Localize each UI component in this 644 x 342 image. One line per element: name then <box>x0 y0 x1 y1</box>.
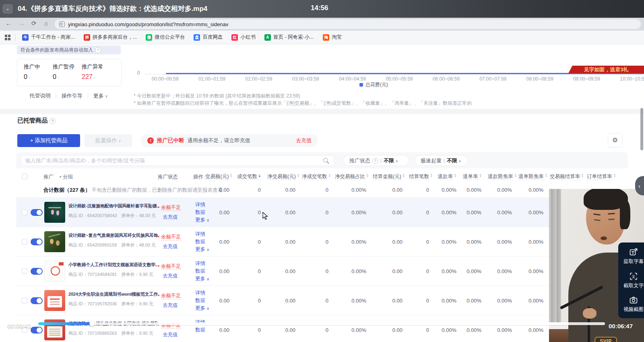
row-checkbox[interactable] <box>22 298 27 303</box>
product-title[interactable]: 设计师款-汉服旗袍配饰中国风银针喜字耳坠镶... <box>68 203 158 209</box>
home-icon[interactable]: ⌂ <box>44 20 48 27</box>
hosting-guide-link[interactable]: 托管说明 <box>25 92 56 99</box>
bookmark-item[interactable]: 微微信公众平台 <box>146 34 185 41</box>
cell-value: 03:00~03:59 <box>282 76 329 82</box>
cell-value: 0.00 <box>267 327 302 333</box>
cell-value: 0 <box>236 327 267 333</box>
stat-value-link[interactable]: 0› <box>53 73 74 81</box>
reload-icon[interactable]: ⟳ <box>31 20 37 27</box>
site-info-icon[interactable] <box>59 21 65 27</box>
row-checkbox[interactable] <box>22 268 27 274</box>
bookmark-item[interactable]: 红小红书 <box>231 34 256 41</box>
product-image[interactable] <box>44 231 65 252</box>
apps-grid-icon[interactable] <box>5 35 10 40</box>
sort-carets-icon[interactable]: ▲▼ <box>514 174 517 178</box>
url-bar[interactable]: yingxiao.pinduoduo.com/goods/promotion/l… <box>55 19 641 29</box>
speed-boost-filter[interactable]: 极速起量：不限∨ <box>415 155 468 166</box>
bookmark-item[interactable]: 牛千牛工作台 - 商家... <box>22 34 75 41</box>
operation-guide-link[interactable]: 操作引导 <box>56 92 88 99</box>
promotion-toggle[interactable] <box>31 209 43 216</box>
promotion-toggle[interactable] <box>31 297 43 304</box>
column-header[interactable]: 退单率▲▼ <box>463 173 488 180</box>
chart-legend[interactable]: 总花费(元) <box>359 81 388 88</box>
edit-pencil-icon[interactable]: ✎ <box>152 203 156 209</box>
stat-value-link[interactable]: 0› <box>24 73 40 81</box>
bookmark-item[interactable]: 拼拼多多商家后台，... <box>84 34 137 41</box>
column-header[interactable]: 净成交笔数▲▼ <box>302 173 335 180</box>
svg-text:文: 文 <box>632 274 636 278</box>
extract-subtitles-button[interactable]: 提取字幕 <box>623 248 644 265</box>
forward-icon[interactable]: → <box>19 20 25 27</box>
column-header[interactable]: 退款率▲▼ <box>436 173 463 180</box>
url-text[interactable]: yingxiao.pinduoduo.com/goods/promotion/l… <box>68 21 229 27</box>
gear-icon[interactable]: ⚙ <box>608 133 622 147</box>
column-header[interactable]: 交易额结算率▲▼ <box>550 173 587 180</box>
sort-carets-icon[interactable]: ▲▼ <box>581 174 584 178</box>
promotion-toggle[interactable] <box>31 268 43 275</box>
sort-carets-icon[interactable]: ▲▼ <box>430 174 433 178</box>
column-header[interactable]: 结算金额(元)▲▼ <box>373 173 409 180</box>
more-link[interactable]: 更多∨ <box>88 92 113 99</box>
product-title[interactable]: 设计师款~复古气质扇形国风耳环女民族风耳饰... <box>68 232 158 238</box>
data-link[interactable]: 数据 <box>195 326 205 334</box>
bookmark-item[interactable]: 盘百度网盘 <box>194 34 223 41</box>
chevron-down-icon[interactable]: ⌄ <box>2 4 13 14</box>
scrollbar[interactable] <box>640 108 643 150</box>
help-icon[interactable]: ? <box>95 47 101 53</box>
promotion-toggle[interactable] <box>31 238 43 245</box>
stat-value-link[interactable]: 227› <box>82 73 103 81</box>
column-header[interactable]: 退款豁免率▲▼ <box>488 173 518 180</box>
sort-carets-icon[interactable]: ▲▼ <box>479 174 482 178</box>
column-header[interactable]: 交易额(元)▲▼ <box>205 173 236 180</box>
group-filter[interactable]: ▼分组 <box>59 174 73 180</box>
sort-carets-icon[interactable]: ▲▼ <box>297 174 299 178</box>
column-header[interactable]: 成交笔数▲▼ <box>236 173 267 180</box>
chevron-down-icon: ∨ <box>105 94 108 98</box>
recharge-link[interactable]: 去充值 <box>163 214 178 221</box>
column-header[interactable]: 净交易额占比▲▼ <box>335 173 373 180</box>
recharge-link[interactable]: 去充值 <box>163 243 178 250</box>
product-image[interactable] <box>44 261 65 282</box>
progress-knob[interactable] <box>89 321 95 326</box>
product-title[interactable]: 2024大学生职业生涯规划书word模板范文工作... <box>68 291 158 297</box>
sort-carets-icon[interactable]: ▲▼ <box>545 174 547 178</box>
search-input[interactable] <box>21 155 334 166</box>
product-title[interactable]: 小学教师个人工作计划范文模板英语语文数学... <box>68 262 158 268</box>
column-header[interactable]: 退单豁免率▲▼ <box>518 173 550 180</box>
row-checkbox[interactable] <box>22 239 27 245</box>
back-icon[interactable]: ← <box>6 20 12 27</box>
batch-operation-button[interactable]: 批量操作∨ <box>85 134 132 147</box>
capture-text-button[interactable]: 文 截取文字 <box>623 272 644 289</box>
recharge-link[interactable]: 去充值 <box>163 332 178 338</box>
column-header[interactable]: 净交易额(元)▲▼ <box>267 173 302 180</box>
select-all-checkbox[interactable] <box>22 174 27 179</box>
sort-carets-icon[interactable]: ▲▼ <box>230 174 232 178</box>
sort-carets-icon[interactable]: ▲▼ <box>402 174 405 178</box>
sort-carets-icon[interactable]: ▲▼ <box>613 174 616 178</box>
search-icon[interactable] <box>323 158 328 162</box>
sort-carets-icon[interactable]: ▲▼ <box>258 174 261 178</box>
video-screenshot-button[interactable]: 视频截图 <box>623 296 644 313</box>
promo-status-filter[interactable]: 推广状态?：不限∨ <box>343 155 409 166</box>
column-header[interactable]: 结算笔数▲▼ <box>409 173 436 180</box>
row-checkbox[interactable] <box>22 209 27 215</box>
recharge-link[interactable]: 去充值 <box>163 273 178 280</box>
sort-carets-icon[interactable]: ▲▼ <box>454 174 456 178</box>
bookmark-item[interactable]: 淘淘宝 <box>323 34 342 41</box>
promo-ribbon[interactable]: 见字如面，送君3礼 <box>568 66 644 73</box>
search-field <box>21 155 334 166</box>
video-progress-bar[interactable] <box>38 322 605 325</box>
recharge-link[interactable]: 去充值 <box>163 302 178 309</box>
product-image[interactable] <box>44 202 65 223</box>
progress-fill <box>38 322 92 325</box>
add-managed-goods-button[interactable]: + 添加托管商品 <box>17 134 80 147</box>
mouse-cursor <box>262 212 269 222</box>
sort-carets-icon[interactable]: ▲▼ <box>328 174 331 178</box>
bookmark-item[interactable]: A首页 - 阿奇索·小... <box>264 34 314 41</box>
recharge-link[interactable]: 去充值 <box>296 137 312 144</box>
help-icon[interactable]: ? <box>50 118 56 124</box>
sort-carets-icon[interactable]: ▲▼ <box>366 174 369 178</box>
product-image[interactable] <box>44 290 65 311</box>
promotion-toggle[interactable] <box>31 327 43 334</box>
column-header[interactable]: 订单结算率▲▼ <box>587 173 621 180</box>
